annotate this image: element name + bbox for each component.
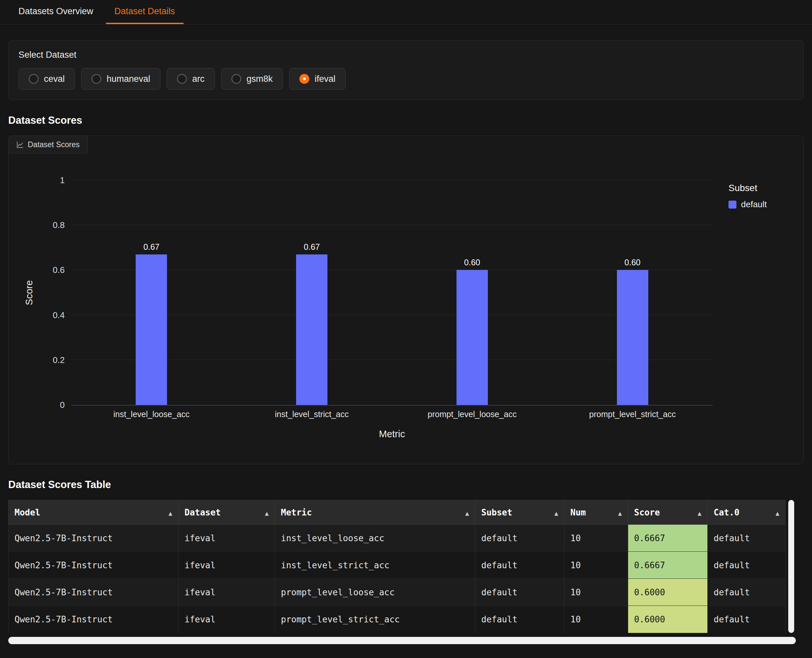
dataset-scores-table-heading: Dataset Scores Table	[8, 479, 804, 491]
y-tick-label: 0.6	[53, 265, 65, 275]
select-dataset-panel: Select Dataset cevalhumanevalarcgsm8kife…	[8, 40, 804, 100]
column-header-label: Cat.0	[714, 508, 739, 517]
table-header-row: Model▲Dataset▲Metric▲Subset▲Num▲Score▲Ca…	[9, 500, 785, 525]
dataset-option-label: arc	[192, 74, 205, 84]
cell-dataset: ifeval	[179, 606, 275, 633]
bar-value-label: 0.67	[144, 242, 160, 252]
x-tick-label: prompt_level_loose_acc	[392, 409, 553, 419]
column-header-label: Dataset	[185, 508, 221, 517]
bar-value-label: 0.60	[624, 258, 641, 267]
sort-arrow-icon[interactable]: ▲	[555, 509, 558, 517]
dataset-scores-table: Model▲Dataset▲Metric▲Subset▲Num▲Score▲Ca…	[8, 500, 785, 633]
radio-unchecked-icon	[177, 74, 187, 84]
chart-icon	[17, 141, 24, 148]
cell-model: Qwen2.5-7B-Instruct	[9, 525, 179, 552]
sort-arrow-icon[interactable]: ▲	[776, 509, 779, 517]
radio-unchecked-icon	[231, 74, 241, 84]
sort-arrow-icon[interactable]: ▲	[698, 509, 701, 517]
bar-column-inst_level_loose_acc: 0.67	[71, 180, 232, 405]
column-header-label: Num	[571, 508, 586, 517]
chart-panel-tab[interactable]: Dataset Scores	[8, 136, 88, 154]
bar-column-prompt_level_loose_acc: 0.60	[392, 180, 553, 405]
dataset-option-ifeval[interactable]: ifeval	[289, 68, 346, 90]
column-header-subset[interactable]: Subset▲	[475, 500, 564, 525]
cell-cat0: default	[708, 606, 785, 633]
horizontal-scrollbar[interactable]	[8, 637, 796, 644]
table-row: Qwen2.5-7B-Instructifevalinst_level_loos…	[9, 525, 785, 552]
cell-metric: inst_level_strict_acc	[275, 552, 475, 579]
y-tick-label: 0.4	[53, 310, 65, 320]
bar-prompt_level_loose_acc[interactable]	[456, 270, 488, 405]
sort-arrow-icon[interactable]: ▲	[265, 509, 269, 517]
column-header-label: Score	[634, 508, 660, 517]
cell-subset: default	[475, 606, 564, 633]
vertical-scrollbar[interactable]	[788, 500, 794, 633]
x-axis-title: Metric	[71, 429, 713, 440]
cell-model: Qwen2.5-7B-Instruct	[9, 552, 179, 579]
dataset-option-ceval[interactable]: ceval	[19, 68, 75, 90]
table-row: Qwen2.5-7B-Instructifevalinst_level_stri…	[9, 552, 785, 579]
x-tick-label: prompt_level_strict_acc	[552, 409, 713, 419]
bar-chart-plot-area: Score 00.20.40.60.81 0.670.670.600.60 in…	[71, 180, 713, 406]
sort-arrow-icon[interactable]: ▲	[466, 509, 469, 517]
cell-score: 0.6000	[628, 606, 708, 633]
cell-dataset: ifeval	[179, 579, 275, 606]
x-tick-label: inst_level_loose_acc	[71, 409, 232, 419]
sort-arrow-icon[interactable]: ▲	[618, 509, 622, 517]
legend-item-label: default	[741, 199, 767, 210]
dataset-scores-table-wrap: Model▲Dataset▲Metric▲Subset▲Num▲Score▲Ca…	[8, 500, 804, 633]
dataset-option-arc[interactable]: arc	[167, 68, 215, 90]
radio-unchecked-icon	[91, 74, 101, 84]
table-body: Qwen2.5-7B-Instructifevalinst_level_loos…	[9, 525, 785, 633]
dataset-option-humaneval[interactable]: humaneval	[81, 68, 160, 90]
bars-row: 0.670.670.600.60	[71, 180, 713, 405]
radio-unchecked-icon	[29, 74, 39, 84]
cell-cat0: default	[708, 525, 785, 552]
chart-legend: Subset default	[729, 183, 811, 210]
radio-checked-icon	[299, 74, 309, 84]
column-header-label: Model	[14, 508, 40, 517]
sort-arrow-icon[interactable]: ▲	[169, 509, 172, 517]
cell-cat0: default	[708, 579, 785, 606]
cell-dataset: ifeval	[179, 525, 275, 552]
dataset-radio-group: cevalhumanevalarcgsm8kifeval	[19, 68, 793, 90]
column-header-dataset[interactable]: Dataset▲	[179, 500, 275, 525]
cell-model: Qwen2.5-7B-Instruct	[9, 606, 179, 633]
legend-swatch-icon	[729, 201, 737, 208]
cell-num: 10	[564, 606, 628, 633]
dataset-option-label: ceval	[44, 74, 65, 84]
top-tab-bar: Datasets Overview Dataset Details	[0, 0, 812, 24]
column-header-model[interactable]: Model▲	[9, 500, 179, 525]
x-tick-label: inst_level_strict_acc	[232, 409, 392, 419]
column-header-num[interactable]: Num▲	[564, 500, 628, 525]
y-tick-label: 0	[60, 400, 65, 410]
column-header-cat-0[interactable]: Cat.0▲	[708, 500, 785, 525]
bar-prompt_level_strict_acc[interactable]	[617, 270, 648, 405]
y-tick-label: 0.2	[53, 355, 65, 365]
bar-inst_level_loose_acc[interactable]	[136, 254, 167, 405]
dataset-option-gsm8k[interactable]: gsm8k	[221, 68, 283, 90]
bar-column-prompt_level_strict_acc: 0.60	[552, 180, 713, 405]
column-header-label: Subset	[481, 508, 512, 517]
dataset-option-label: ifeval	[315, 74, 335, 84]
legend-title: Subset	[729, 183, 811, 193]
cell-num: 10	[564, 525, 628, 552]
cell-subset: default	[475, 552, 564, 579]
cell-dataset: ifeval	[179, 552, 275, 579]
legend-item-default[interactable]: default	[729, 199, 811, 210]
table-row: Qwen2.5-7B-Instructifevalprompt_level_lo…	[9, 579, 785, 606]
y-tick-label: 1	[60, 175, 65, 185]
table-row: Qwen2.5-7B-Instructifevalprompt_level_st…	[9, 606, 785, 633]
cell-num: 10	[564, 579, 628, 606]
tab-dataset-details[interactable]: Dataset Details	[106, 0, 183, 24]
dataset-scores-chart-panel: Dataset Scores Score 00.20.40.60.81 0.67…	[8, 136, 804, 464]
cell-cat0: default	[708, 552, 785, 579]
tab-datasets-overview[interactable]: Datasets Overview	[10, 0, 102, 24]
column-header-label: Metric	[281, 508, 312, 517]
bar-inst_level_strict_acc[interactable]	[296, 254, 328, 405]
column-header-metric[interactable]: Metric▲	[275, 500, 475, 525]
y-tick-label: 0.8	[53, 220, 65, 230]
dataset-scores-heading: Dataset Scores	[8, 114, 804, 126]
cell-score: 0.6667	[628, 552, 708, 579]
column-header-score[interactable]: Score▲	[628, 500, 708, 525]
